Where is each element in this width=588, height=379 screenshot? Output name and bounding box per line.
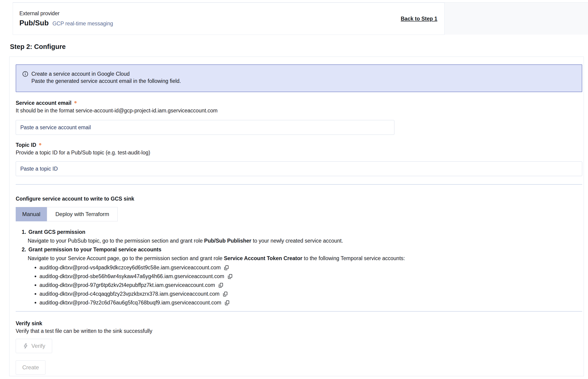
bullet-dot — [35, 284, 36, 286]
step-title-grant-gcs-permission: Grant GCS permission — [28, 228, 85, 236]
copy-icon[interactable] — [218, 282, 224, 288]
bullet-dot — [35, 293, 36, 295]
verify-button[interactable]: Verify — [16, 339, 52, 353]
step-body-text: to your newly created service account. — [251, 238, 343, 244]
service-account-email: auditlog-dktxv@prod-vs4padk9dkczcey6d6st… — [39, 263, 221, 272]
lightning-bolt-icon — [23, 343, 29, 349]
service-account-email: auditlog-dktxv@prod-sbe56h6wr4sykaw47a6y… — [39, 272, 224, 281]
list-item: auditlog-dktxv@prod-79z2c6d76au6g5fcq768… — [16, 298, 577, 307]
topic-id-helper: Provide a topic ID for a Pub/Sub topic (… — [16, 149, 577, 156]
step-body: Navigate to your PubSub topic, go to the… — [16, 236, 577, 245]
info-circle-icon — [22, 71, 28, 77]
copy-icon[interactable] — [223, 265, 229, 270]
service-account-email-helper: It should be in the format service-accou… — [16, 107, 577, 114]
required-dot — [39, 143, 41, 145]
topic-id-label: Topic ID — [16, 142, 36, 148]
service-account-email: auditlog-dktxv@prod-c4cqaqgbfzy23vpzkbxz… — [39, 289, 219, 298]
copy-icon[interactable] — [222, 291, 228, 297]
bullet-dot — [35, 267, 36, 268]
provider-header-strip: External provider Pub/Sub GCP real-time … — [13, 2, 588, 35]
step-number: 1. — [22, 228, 26, 236]
service-account-email: auditlog-dktxv@prod-79z2c6d76au6g5fcq768… — [39, 298, 221, 307]
step-body-text: to the following Temporal service accoun… — [302, 255, 405, 261]
provider-card: External provider Pub/Sub GCP real-time … — [13, 2, 445, 35]
step-body-text: Navigate to your PubSub topic, go to the… — [28, 238, 204, 244]
required-dot — [74, 101, 77, 103]
create-button[interactable]: Create — [16, 360, 46, 375]
list-item: auditlog-dktxv@prod-sbe56h6wr4sykaw47a6y… — [16, 272, 577, 281]
page-title: Step 2: Configure — [10, 43, 588, 50]
create-button-label: Create — [22, 364, 39, 371]
provider-eyebrow: External provider — [19, 10, 113, 17]
service-account-email-input[interactable] — [16, 120, 394, 135]
list-item: auditlog-dktxv@prod-c4cqaqgbfzy23vpzkbxz… — [16, 289, 577, 298]
configure-tabs: Manual Deploy with Terraform — [16, 207, 577, 221]
section-divider — [16, 311, 582, 312]
configure-form-card: Create a service account in Google Cloud… — [9, 57, 584, 376]
bullet-dot — [35, 276, 36, 277]
service-account-email-label: Service account email — [16, 99, 72, 106]
verify-sink-title: Verify sink — [16, 320, 577, 327]
provider-subtitle: GCP real-time messaging — [52, 20, 113, 27]
info-callout: Create a service account in Google Cloud… — [16, 64, 582, 92]
role-name: Pub/Sub Publisher — [204, 238, 251, 244]
copy-icon[interactable] — [224, 300, 230, 306]
step-body: Navigate to your Service Account page, g… — [16, 254, 577, 263]
copy-icon[interactable] — [227, 273, 233, 279]
step-body-text: Navigate to your Service Account page, g… — [28, 255, 224, 261]
tab-deploy-with-terraform[interactable]: Deploy with Terraform — [47, 207, 118, 221]
topic-id-input[interactable] — [16, 161, 582, 176]
info-callout-title: Create a service account in Google Cloud — [31, 70, 130, 78]
service-account-list: auditlog-dktxv@prod-vs4padk9dkczcey6d6st… — [16, 263, 577, 307]
configure-section-heading: Configure service account to write to GC… — [16, 196, 577, 202]
back-to-step-1-link[interactable]: Back to Step 1 — [401, 16, 437, 22]
role-name: Service Account Token Creator — [224, 255, 302, 261]
provider-info: External provider Pub/Sub GCP real-time … — [19, 10, 113, 27]
verify-sink-description: Verify that a test file can be written t… — [16, 328, 577, 334]
provider-name: Pub/Sub — [19, 19, 49, 27]
info-callout-body: Paste the generated service account emai… — [31, 78, 576, 85]
list-item: auditlog-dktxv@prod-vs4padk9dkczcey6d6st… — [16, 263, 577, 272]
step-title-grant-temporal-permission: Grant permission to your Temporal servic… — [28, 245, 161, 254]
list-item: auditlog-dktxv@prod-97gr6tp6zkv2t4epubff… — [16, 281, 577, 289]
step-number: 2. — [22, 245, 26, 254]
bullet-dot — [35, 302, 36, 303]
verify-button-label: Verify — [31, 343, 45, 349]
section-divider — [16, 184, 582, 185]
tab-manual[interactable]: Manual — [16, 207, 47, 221]
service-account-email: auditlog-dktxv@prod-97gr6tp6zkv2t4epubff… — [39, 281, 215, 289]
instruction-steps: 1. Grant GCS permission Navigate to your… — [16, 228, 577, 307]
